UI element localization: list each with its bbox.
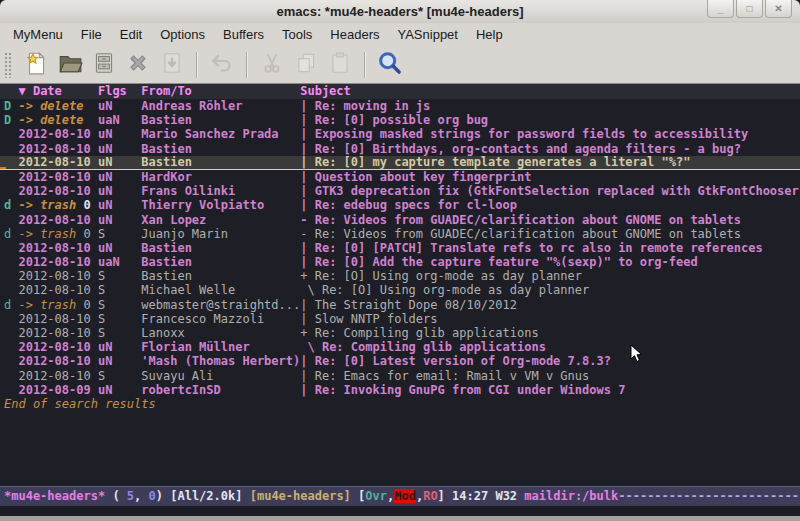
toolbar-separator xyxy=(364,52,366,78)
undo-icon xyxy=(209,50,235,80)
message-list: D -> delete uN Andreas Röhler | Re: movi… xyxy=(0,99,800,397)
column-labels: Date Flgs From/To Subject xyxy=(33,84,351,98)
message-row[interactable]: 2012-08-10 uN Frans Oilinki | GTK3 depre… xyxy=(0,184,800,198)
toolbar-paste-button xyxy=(323,50,357,80)
new-document-icon xyxy=(23,50,49,80)
message-row[interactable]: 2012-08-10 uN Xan Lopez - Re: Videos fro… xyxy=(0,213,800,227)
message-row-current[interactable]: 2012-08-10 uN Bastien | Re: [0] my captu… xyxy=(0,156,800,170)
headers-column-header[interactable]: ▼ Date Flgs From/To Subject xyxy=(0,84,800,99)
emacs-window: emacs: *mu4e-headers* [mu4e-headers] _□✕… xyxy=(0,0,800,521)
toolbar-close-buffer-button[interactable] xyxy=(121,50,155,80)
message-row[interactable]: 2012-08-10 uN Bastien | Re: [0] [PATCH] … xyxy=(0,241,800,255)
maximize-button[interactable]: □ xyxy=(736,0,763,18)
frame-bottom-border xyxy=(0,516,800,521)
message-row[interactable]: 2012-08-10 S Michael Welle \ Re: [O] Usi… xyxy=(0,283,800,297)
message-row[interactable]: d -> trash 0 S webmaster@straightd...| T… xyxy=(0,298,800,312)
menu-item-mymenu[interactable]: MyMenu xyxy=(4,23,72,46)
toolbar-drag-handle[interactable] xyxy=(4,52,13,78)
paste-icon xyxy=(327,50,353,80)
menu-item-help[interactable]: Help xyxy=(467,23,512,46)
end-of-search-results: End of search results xyxy=(0,397,800,411)
message-row[interactable]: 2012-08-10 S Francesco Mazzoli | Slow NN… xyxy=(0,312,800,326)
copy-icon xyxy=(293,50,319,80)
message-row[interactable]: 2012-08-10 uN Bastien | Re: [0] Birthday… xyxy=(0,142,800,156)
message-row[interactable]: 2012-08-10 S Suvayu Ali | Re: Emacs for … xyxy=(0,369,800,383)
window-title: emacs: *mu4e-headers* [mu4e-headers] xyxy=(276,4,523,19)
menu-item-tools[interactable]: Tools xyxy=(273,23,321,46)
message-row[interactable]: 2012-08-10 uaN Bastien | Re: [0] Add the… xyxy=(0,255,800,269)
menu-item-file[interactable]: File xyxy=(72,23,111,46)
message-row[interactable]: D -> delete uaN Bastien | Re: [0] possib… xyxy=(0,113,800,127)
toolbar-search-button[interactable] xyxy=(373,50,407,80)
message-row[interactable]: 2012-08-10 uN 'Mash (Thomas Herbert)| Re… xyxy=(0,354,800,368)
open-folder-icon xyxy=(57,50,83,80)
close-buffer-icon xyxy=(125,50,151,80)
menu-item-yasnippet[interactable]: YASnippet xyxy=(388,23,466,46)
menu-item-headers[interactable]: Headers xyxy=(321,23,388,46)
toolbar xyxy=(0,46,800,84)
echo-area xyxy=(0,506,800,516)
fringe-cursor xyxy=(0,167,6,169)
toolbar-new-document-button[interactable] xyxy=(19,50,53,80)
message-row[interactable]: 2012-08-10 uN Florian Müllner \ Re: Comp… xyxy=(0,340,800,354)
message-row[interactable]: 2012-08-10 uN HardKor | Question about k… xyxy=(0,170,800,184)
minimize-button[interactable]: _ xyxy=(707,0,734,18)
menu-item-options[interactable]: Options xyxy=(151,23,214,46)
mu4e-headers-buffer: ▼ Date Flgs From/To Subject D -> delete … xyxy=(0,84,800,486)
toolbar-cut-button xyxy=(255,50,289,80)
message-row[interactable]: 2012-08-10 uN Mario Sanchez Prada | Expo… xyxy=(0,127,800,141)
search-icon xyxy=(376,49,404,81)
toolbar-undo-button xyxy=(205,50,239,80)
toolbar-save-as-button xyxy=(155,50,189,80)
menu-item-edit[interactable]: Edit xyxy=(111,23,151,46)
menubar: MyMenuFileEditOptionsBuffersToolsHeaders… xyxy=(0,23,800,46)
message-row[interactable]: d -> trash 0 uN Thierry Volpiatto | Re: … xyxy=(0,198,800,212)
message-row[interactable]: 2012-08-10 S Lanoxx + Re: Compiling glib… xyxy=(0,326,800,340)
window-controls: _□✕ xyxy=(705,0,792,18)
toolbar-save-file-button[interactable] xyxy=(87,50,121,80)
toolbar-copy-button xyxy=(289,50,323,80)
message-row[interactable]: 2012-08-10 S Bastien + Re: [O] Using org… xyxy=(0,269,800,283)
titlebar: emacs: *mu4e-headers* [mu4e-headers] _□✕ xyxy=(0,0,800,24)
close-button[interactable]: ✕ xyxy=(765,0,792,18)
message-row[interactable]: 2012-08-09 uN robertcInSD | Re: Invoking… xyxy=(0,383,800,397)
toolbar-open-folder-button[interactable] xyxy=(53,50,87,80)
toolbar-separator xyxy=(196,52,198,78)
cut-icon xyxy=(259,50,285,80)
toolbar-separator xyxy=(246,52,248,78)
menu-item-buffers[interactable]: Buffers xyxy=(214,23,273,46)
mode-line[interactable]: *mu4e-headers* ( 5, 0) [All/2.0k] [mu4e-… xyxy=(0,486,800,506)
save-file-icon xyxy=(91,50,117,80)
message-row[interactable]: d -> trash 0 S Juanjo Marin - Re: Videos… xyxy=(0,227,800,241)
save-as-icon xyxy=(159,50,185,80)
sort-descending-icon: ▼ xyxy=(4,84,33,98)
message-row[interactable]: D -> delete uN Andreas Röhler | Re: movi… xyxy=(0,99,800,113)
